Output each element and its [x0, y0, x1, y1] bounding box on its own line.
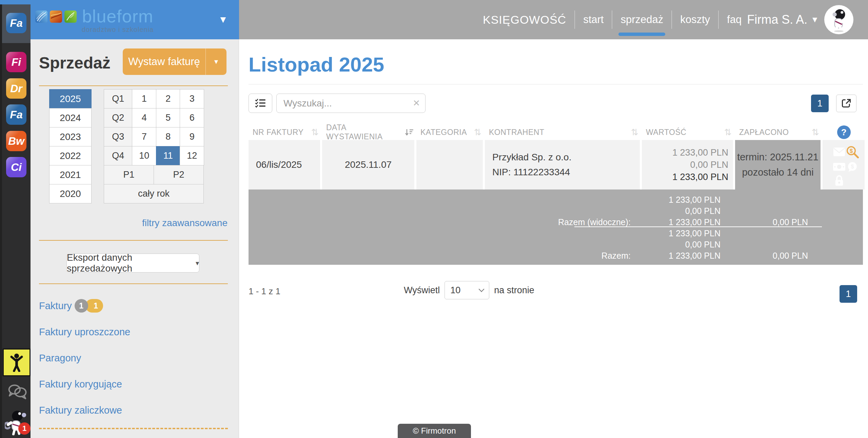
- payment-cash-icon[interactable]: [833, 162, 846, 171]
- half-p2[interactable]: P2: [154, 165, 204, 184]
- header-collapse-caret-icon[interactable]: ▼: [218, 14, 228, 25]
- value-due: 1 233,00 PLN: [672, 171, 728, 183]
- month-6[interactable]: 6: [180, 108, 204, 127]
- cell-paid-status[interactable]: termin: 2025.11.21 pozostało 14 dni: [735, 140, 821, 190]
- open-external-button[interactable]: [836, 95, 856, 112]
- year-2023[interactable]: 2023: [49, 127, 92, 146]
- nav-divider: [612, 11, 612, 29]
- sort-icon[interactable]: ⇅: [631, 127, 638, 138]
- tab-koszty[interactable]: koszty: [680, 14, 710, 26]
- issue-invoice-split-button[interactable]: Wystaw fakturę ▾: [123, 48, 226, 75]
- link-faktury-zaliczkowe[interactable]: Faktury zaliczkowe: [39, 405, 122, 416]
- month-8[interactable]: 8: [156, 127, 180, 146]
- month-10[interactable]: 10: [132, 146, 156, 165]
- pagination-page-1-bottom[interactable]: 1: [840, 285, 857, 303]
- month-11-selected[interactable]: 11: [156, 146, 180, 165]
- sales-filter-panel: Sprzedaż Wystaw fakturę ▾ 2025 2024 2023…: [31, 39, 239, 438]
- issue-invoice-caret[interactable]: ▾: [205, 48, 226, 75]
- sort-icon[interactable]: ⇅: [812, 127, 819, 138]
- month-12[interactable]: 12: [180, 146, 204, 165]
- month-4[interactable]: 4: [132, 108, 156, 127]
- month-5[interactable]: 5: [156, 108, 180, 127]
- link-faktury-uproszczone[interactable]: Faktury uproszczone: [39, 326, 130, 338]
- advanced-filters-link[interactable]: filtry zaawansowane: [142, 218, 228, 228]
- col-header-zaplacono[interactable]: ZAPŁACONO ⇅: [735, 123, 821, 141]
- company-switcher[interactable]: Firma S. A. ▼: [747, 0, 853, 39]
- external-link-icon: [841, 98, 851, 108]
- astronaut-avatar-icon: [826, 7, 851, 32]
- header-brand-area: blueform doradztwo i szkolenia ▼: [0, 0, 239, 39]
- link-faktury[interactable]: Faktury: [39, 300, 72, 312]
- tab-start[interactable]: start: [583, 14, 604, 26]
- month-3[interactable]: 3: [180, 89, 204, 108]
- quarter-q3[interactable]: Q3: [104, 127, 132, 146]
- search-clear-icon[interactable]: ✕: [413, 98, 420, 108]
- sort-icon[interactable]: ⇅: [474, 127, 481, 138]
- half-p1[interactable]: P1: [104, 165, 154, 184]
- lock-icon[interactable]: [834, 175, 844, 186]
- invoice-table-row[interactable]: 06/lis/2025 2025.11.07 Przykład Sp. z o.…: [249, 140, 863, 190]
- cell-value[interactable]: 1 233,00 PLN 0,00 PLN 1 233,00 PLN: [642, 140, 733, 190]
- preview-payment-icon[interactable]: $: [846, 145, 859, 159]
- col-header-kontrahent[interactable]: KONTRAHENT ⇅: [485, 123, 640, 141]
- app-icon-fa-active[interactable]: Fa: [6, 13, 26, 33]
- cell-issue-date[interactable]: 2025.11.07: [322, 140, 414, 190]
- app-icon-fa2[interactable]: Fa: [6, 104, 26, 125]
- cell-contractor[interactable]: Przykład Sp. z o.o. NIP: 11122233344: [485, 140, 640, 190]
- month-7[interactable]: 7: [132, 127, 156, 146]
- app-icon-ci[interactable]: Ci: [6, 157, 26, 177]
- quarter-q2[interactable]: Q2: [104, 108, 132, 127]
- help-icon[interactable]: ?: [837, 125, 851, 139]
- app-icon-bw[interactable]: Bw: [6, 131, 26, 151]
- quarter-q4[interactable]: Q4: [104, 146, 132, 165]
- search-input[interactable]: [276, 94, 426, 113]
- col-header-wartosc[interactable]: WARTOŚĆ ⇅: [642, 123, 733, 141]
- sort-icon[interactable]: ⇅: [724, 127, 732, 138]
- col-header-kategoria[interactable]: KATEGORIA ⇅: [416, 123, 483, 141]
- year-2025[interactable]: 2025: [49, 89, 92, 108]
- tab-faq[interactable]: faq: [727, 14, 742, 26]
- link-faktury-korygujace[interactable]: Faktury korygujące: [39, 379, 122, 390]
- quarter-q1[interactable]: Q1: [104, 89, 132, 108]
- link-paragony[interactable]: Paragony: [39, 353, 81, 364]
- send-email-icon[interactable]: [833, 147, 845, 157]
- month-9[interactable]: 9: [180, 127, 204, 146]
- support-chat-button[interactable]: [7, 384, 27, 401]
- year-2024[interactable]: 2024: [49, 108, 92, 127]
- sort-icon[interactable]: ⇅: [311, 127, 319, 138]
- year-2020[interactable]: 2020: [49, 184, 92, 203]
- pagination-page-1-top[interactable]: 1: [811, 95, 829, 112]
- full-year-button[interactable]: cały rok: [104, 184, 204, 203]
- user-avatar[interactable]: [824, 5, 853, 34]
- sort-desc-active-icon[interactable]: [404, 128, 414, 136]
- payment-comment-icon[interactable]: $: [847, 162, 858, 172]
- app-icon-dr[interactable]: Dr: [6, 78, 26, 99]
- summary-total-value: 1 233,00 PLN: [631, 251, 724, 261]
- cell-category[interactable]: [416, 140, 483, 190]
- company-caret-icon: ▼: [811, 15, 819, 24]
- column-settings-button[interactable]: [249, 94, 272, 113]
- logo-square-green-icon: [64, 10, 77, 23]
- per-page-value: 10: [450, 285, 460, 296]
- year-2022[interactable]: 2022: [49, 146, 92, 165]
- table-header: NR FAKTURY ⇅ DATA WYSTAWIENIA KATEGORIA …: [249, 123, 863, 139]
- col-header-data-wystawienia[interactable]: DATA WYSTAWIENIA: [322, 123, 414, 141]
- accessibility-button[interactable]: [3, 349, 31, 376]
- top-navigation-bar: KSIĘGOWOŚĆ start sprzedaż koszty faq Fir…: [239, 0, 868, 39]
- logo-title: blueform: [82, 7, 153, 25]
- year-2021[interactable]: 2021: [49, 165, 92, 184]
- export-sales-data-button[interactable]: Eksport danych sprzedażowych ▾: [66, 254, 199, 273]
- month-2[interactable]: 2: [156, 89, 180, 108]
- summary-visible-paid: 0,00 PLN: [724, 217, 811, 227]
- col-header-nr-faktury[interactable]: NR FAKTURY ⇅: [249, 123, 320, 141]
- issue-invoice-button[interactable]: Wystaw fakturę: [123, 48, 205, 75]
- totals-summary: 1 233,00 PLN 0,00 PLN Razem (widoczne): …: [249, 190, 863, 265]
- per-page-select[interactable]: 10: [445, 281, 489, 299]
- tab-sprzedaz[interactable]: sprzedaż: [620, 14, 663, 26]
- export-label: Eksport danych sprzedażowych: [67, 252, 192, 274]
- footer-copyright: © Firmotron: [398, 424, 471, 438]
- cell-invoice-number[interactable]: 06/lis/2025: [249, 140, 320, 190]
- month-1[interactable]: 1: [132, 89, 156, 108]
- summary-value: 1 233,00 PLN: [631, 195, 724, 205]
- app-icon-fi[interactable]: Fi: [6, 52, 26, 72]
